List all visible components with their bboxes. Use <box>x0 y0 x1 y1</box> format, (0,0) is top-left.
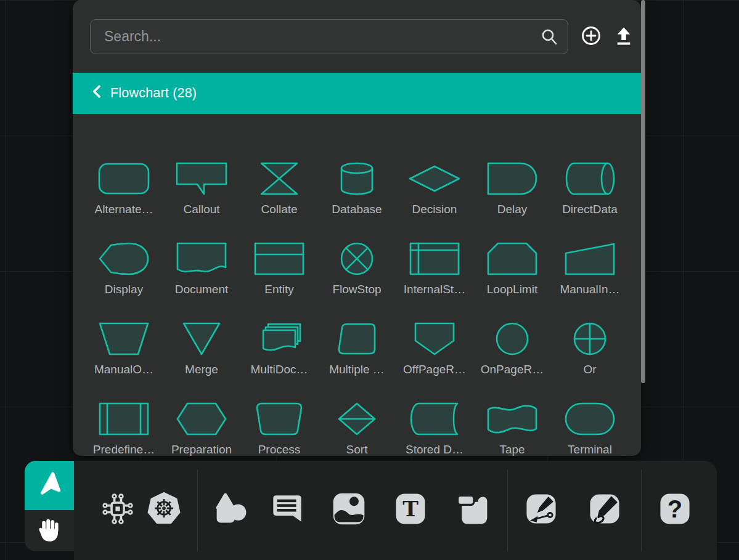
chevron-left-icon[interactable] <box>92 84 101 102</box>
pen-arrow-icon <box>523 491 559 529</box>
shape-item-document[interactable]: Document <box>163 219 240 299</box>
shape-label: Delay <box>497 203 528 216</box>
shape-item-multiple-document[interactable]: Multiple … <box>318 299 396 379</box>
decision-shape-icon <box>409 161 460 196</box>
toolbar-divider <box>507 469 508 551</box>
freehand-draw-button[interactable] <box>587 492 623 527</box>
off-page-reference-shape-icon <box>414 322 455 356</box>
search-input-field[interactable] <box>91 28 568 45</box>
kubernetes-wheel-icon <box>145 490 182 529</box>
flow-stop-shape-icon <box>340 241 374 276</box>
select-tool-button[interactable] <box>25 461 74 510</box>
shape-item-internal-storage[interactable]: InternalSt… <box>396 219 473 299</box>
shape-item-database[interactable]: Database <box>318 139 396 219</box>
comment-tool-button[interactable] <box>269 492 305 527</box>
shape-item-merge[interactable]: Merge <box>163 299 240 379</box>
shape-label: OffPageR… <box>403 363 466 376</box>
upload-icon <box>614 26 633 48</box>
panel-scrollbar-thumb[interactable] <box>641 0 645 383</box>
shape-item-flow-stop[interactable]: FlowStop <box>318 219 396 299</box>
shape-label: Database <box>332 203 382 216</box>
add-circle-button[interactable] <box>579 25 603 49</box>
stored-data-shape-icon <box>409 402 460 436</box>
shape-item-manual-input[interactable]: ManualIn… <box>551 219 629 299</box>
shape-item-loop-limit[interactable]: LoopLimit <box>473 219 551 299</box>
shape-item-terminal[interactable]: Terminal <box>551 379 629 459</box>
add-circle-icon <box>581 25 602 48</box>
shape-grid: Alternate…CalloutCollateDatabaseDecision… <box>73 114 641 459</box>
shape-label: MultiDoc… <box>251 363 308 376</box>
search-input[interactable] <box>90 19 568 54</box>
shape-item-preparation[interactable]: Preparation <box>163 379 240 459</box>
shape-item-callout[interactable]: Callout <box>163 139 240 219</box>
shape-item-tape[interactable]: Tape <box>473 379 551 459</box>
image-tool-button[interactable] <box>331 492 367 527</box>
search-row <box>73 0 641 54</box>
question-mark-icon: ? <box>657 491 693 529</box>
circuit-library-button[interactable] <box>100 492 136 527</box>
shape-label: ManualO… <box>94 363 153 376</box>
shape-label: FlowStop <box>332 283 381 296</box>
preparation-shape-icon <box>176 402 227 436</box>
process-shape-icon <box>255 402 304 436</box>
pan-tool-button[interactable] <box>25 510 74 551</box>
shape-item-predefined-process[interactable]: Predefine… <box>85 379 163 459</box>
shape-item-or[interactable]: Or <box>551 299 629 379</box>
shape-item-manual-operation[interactable]: ManualO… <box>85 299 163 379</box>
tape-shape-icon <box>486 402 538 436</box>
shape-item-multi-document[interactable]: MultiDoc… <box>240 299 318 379</box>
shape-label: Preparation <box>171 443 232 457</box>
category-header[interactable]: Flowchart (28) <box>73 73 641 114</box>
terminal-shape-icon <box>564 402 616 436</box>
hand-icon <box>36 516 63 545</box>
shape-item-decision[interactable]: Decision <box>396 139 473 219</box>
text-tool-button[interactable]: T <box>393 492 428 527</box>
kubernetes-library-button[interactable] <box>146 492 182 527</box>
shape-item-delay[interactable]: Delay <box>473 139 551 219</box>
shape-item-entity[interactable]: Entity <box>240 219 318 299</box>
sticky-note-icon <box>454 490 491 529</box>
direct-data-shape-icon <box>564 161 616 196</box>
shape-library-button[interactable] <box>214 492 250 527</box>
upload-button[interactable] <box>611 25 636 49</box>
shape-label: Tape <box>499 443 525 457</box>
shape-label: Terminal <box>568 443 612 457</box>
svg-text:T: T <box>402 496 418 521</box>
shape-item-off-page-reference[interactable]: OffPageR… <box>396 299 473 379</box>
shape-label: Predefine… <box>93 443 155 457</box>
shape-item-stored-data[interactable]: Stored D… <box>396 379 473 459</box>
help-button[interactable]: ? <box>657 492 693 527</box>
main-toolbar: T <box>74 461 717 560</box>
merge-shape-icon <box>182 322 221 356</box>
shape-item-on-page-reference[interactable]: OnPageR… <box>473 299 551 379</box>
shape-label: DirectData <box>562 203 618 216</box>
display-shape-icon <box>98 241 150 276</box>
callout-shape-icon <box>176 161 227 196</box>
manual-input-shape-icon <box>564 241 616 276</box>
or-shape-icon <box>573 322 607 356</box>
alternate-process-shape-icon <box>98 161 150 196</box>
shape-item-process[interactable]: Process <box>240 379 318 459</box>
shape-label: Display <box>105 283 143 296</box>
shape-label: Multiple … <box>329 363 385 376</box>
shape-item-display[interactable]: Display <box>85 219 163 299</box>
manual-operation-shape-icon <box>98 322 150 356</box>
shape-label: Collate <box>261 203 297 216</box>
shape-item-sort[interactable]: Sort <box>318 379 396 459</box>
comment-icon <box>269 491 305 529</box>
cursor-icon <box>35 471 63 501</box>
shape-label: Document <box>175 283 229 296</box>
delay-shape-icon <box>486 161 538 196</box>
shape-label: Alternate… <box>94 203 153 216</box>
toolbar-divider <box>197 469 198 551</box>
sort-shape-icon <box>337 402 377 436</box>
connector-pen-button[interactable] <box>523 492 559 527</box>
predefined-process-shape-icon <box>98 402 150 436</box>
shape-item-collate[interactable]: Collate <box>240 139 318 219</box>
shape-item-alternate-process[interactable]: Alternate… <box>85 139 163 219</box>
sticky-note-tool-button[interactable] <box>454 492 490 527</box>
shape-label: Sort <box>346 443 368 457</box>
shape-label: Merge <box>185 363 218 376</box>
shape-label: Callout <box>183 203 219 216</box>
shape-item-direct-data[interactable]: DirectData <box>551 139 629 219</box>
